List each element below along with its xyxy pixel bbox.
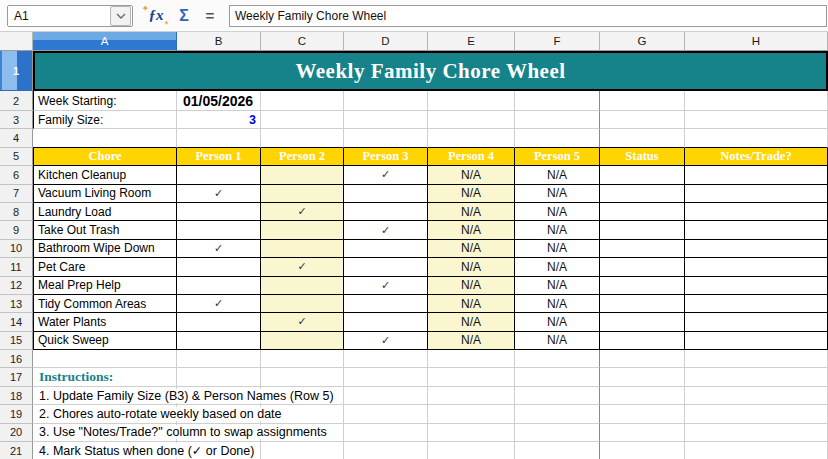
cell-H20[interactable] xyxy=(685,424,828,442)
cell-G6[interactable] xyxy=(600,166,685,184)
cell-A1-title[interactable]: Weekly Family Chore Wheel xyxy=(33,51,828,91)
row-16[interactable]: 16 xyxy=(0,350,828,368)
cell-E18[interactable] xyxy=(428,387,515,405)
row-header-17[interactable]: 17 xyxy=(0,368,33,386)
cell-H16[interactable] xyxy=(685,350,828,368)
cell-G16[interactable] xyxy=(600,350,685,368)
cell-B12[interactable] xyxy=(177,277,261,295)
cell-H18[interactable] xyxy=(685,387,828,405)
cell-C16[interactable] xyxy=(261,350,344,368)
cell-C10[interactable] xyxy=(261,240,344,258)
cell-E14[interactable]: N/A xyxy=(428,313,515,331)
row-3[interactable]: 3Family Size:3 xyxy=(0,111,828,129)
cell-C15[interactable] xyxy=(261,332,344,350)
cell-A3[interactable]: Family Size: xyxy=(33,111,177,129)
cell-A12[interactable]: Meal Prep Help xyxy=(33,277,177,295)
cell-B9[interactable] xyxy=(177,221,261,239)
cell-H4[interactable] xyxy=(685,129,828,147)
cell-G13[interactable] xyxy=(600,295,685,313)
cell-C2[interactable] xyxy=(261,91,344,111)
cell-A18[interactable]: 1. Update Family Size (B3) & Person Name… xyxy=(33,387,177,405)
cell-G19[interactable] xyxy=(600,405,685,423)
cell-D12[interactable]: ✓ xyxy=(344,277,428,295)
cell-G4[interactable] xyxy=(600,129,685,147)
table-header-A5[interactable]: Chore xyxy=(33,148,177,166)
table-header-E5[interactable]: Person 4 xyxy=(428,148,515,166)
cell-H17[interactable] xyxy=(685,368,828,386)
cell-G15[interactable] xyxy=(600,332,685,350)
cell-F18[interactable] xyxy=(515,387,600,405)
row-header-1[interactable]: 1 xyxy=(0,51,33,91)
cell-D2[interactable] xyxy=(344,91,428,111)
cell-E2[interactable] xyxy=(428,91,515,111)
cell-C12[interactable] xyxy=(261,277,344,295)
cell-B2[interactable]: 01/05/2026 xyxy=(177,91,261,111)
cell-F14[interactable]: N/A xyxy=(515,313,600,331)
row-header-3[interactable]: 3 xyxy=(0,111,33,129)
function-wizard-button[interactable]: ✦ ƒx ✦ xyxy=(141,5,171,27)
cell-A19[interactable]: 2. Chores auto-rotate weekly based on da… xyxy=(33,405,177,423)
cell-H21[interactable] xyxy=(685,442,828,459)
row-header-14[interactable]: 14 xyxy=(0,313,33,331)
cell-E20[interactable] xyxy=(428,424,515,442)
cell-F19[interactable] xyxy=(515,405,600,423)
cell-A15[interactable]: Quick Sweep xyxy=(33,332,177,350)
cell-G10[interactable] xyxy=(600,240,685,258)
autosum-button[interactable]: Σ xyxy=(171,5,197,27)
row-header-6[interactable]: 6 xyxy=(0,166,33,184)
cell-E16[interactable] xyxy=(428,350,515,368)
row-18[interactable]: 181. Update Family Size (B3) & Person Na… xyxy=(0,387,828,405)
cell-E11[interactable]: N/A xyxy=(428,258,515,276)
table-header-F5[interactable]: Person 5 xyxy=(515,148,600,166)
column-header-H[interactable]: H xyxy=(685,32,828,51)
cell-H10[interactable] xyxy=(685,240,828,258)
cell-G14[interactable] xyxy=(600,313,685,331)
row-19[interactable]: 192. Chores auto-rotate weekly based on … xyxy=(0,405,828,423)
cell-E9[interactable]: N/A xyxy=(428,221,515,239)
cell-A17[interactable]: Instructions: xyxy=(33,368,177,386)
cell-A2[interactable]: Week Starting: xyxy=(33,91,177,111)
cell-D11[interactable] xyxy=(344,258,428,276)
cell-C7[interactable] xyxy=(261,185,344,203)
cell-E6[interactable]: N/A xyxy=(428,166,515,184)
cell-D21[interactable] xyxy=(344,442,428,459)
cell-E7[interactable]: N/A xyxy=(428,185,515,203)
table-header-C5[interactable]: Person 2 xyxy=(261,148,344,166)
cell-G20[interactable] xyxy=(600,424,685,442)
cell-D18[interactable] xyxy=(344,387,428,405)
cell-F11[interactable]: N/A xyxy=(515,258,600,276)
row-header-2[interactable]: 2 xyxy=(0,91,33,111)
column-header-D[interactable]: D xyxy=(344,32,428,51)
cell-E10[interactable]: N/A xyxy=(428,240,515,258)
cell-H3[interactable] xyxy=(685,111,828,129)
cell-F12[interactable]: N/A xyxy=(515,277,600,295)
cell-B7[interactable]: ✓ xyxy=(177,185,261,203)
row-5[interactable]: 5ChorePerson 1Person 2Person 3Person 4Pe… xyxy=(0,148,828,166)
cell-H7[interactable] xyxy=(685,185,828,203)
row-header-12[interactable]: 12 xyxy=(0,277,33,295)
row-6[interactable]: 6Kitchen Cleanup✓N/AN/A xyxy=(0,166,828,184)
cell-A4[interactable] xyxy=(33,129,177,147)
row-header-21[interactable]: 21 xyxy=(0,442,33,459)
cell-H15[interactable] xyxy=(685,332,828,350)
cell-F10[interactable]: N/A xyxy=(515,240,600,258)
cell-F20[interactable] xyxy=(515,424,600,442)
cell-H13[interactable] xyxy=(685,295,828,313)
cell-H19[interactable] xyxy=(685,405,828,423)
cell-H14[interactable] xyxy=(685,313,828,331)
cell-C17[interactable] xyxy=(261,368,344,386)
column-header-F[interactable]: F xyxy=(515,32,600,51)
row-9[interactable]: 9Take Out Trash✓N/AN/A xyxy=(0,221,828,239)
row-header-18[interactable]: 18 xyxy=(0,387,33,405)
cell-F13[interactable]: N/A xyxy=(515,295,600,313)
cell-E19[interactable] xyxy=(428,405,515,423)
cell-B3[interactable]: 3 xyxy=(177,111,261,129)
cell-G17[interactable] xyxy=(600,368,685,386)
cell-E21[interactable] xyxy=(428,442,515,459)
row-13[interactable]: 13Tidy Common Areas✓N/AN/A xyxy=(0,295,828,313)
cell-C6[interactable] xyxy=(261,166,344,184)
cell-D19[interactable] xyxy=(344,405,428,423)
cell-E3[interactable] xyxy=(428,111,515,129)
cell-F16[interactable] xyxy=(515,350,600,368)
row-10[interactable]: 10Bathroom Wipe Down✓N/AN/A xyxy=(0,240,828,258)
